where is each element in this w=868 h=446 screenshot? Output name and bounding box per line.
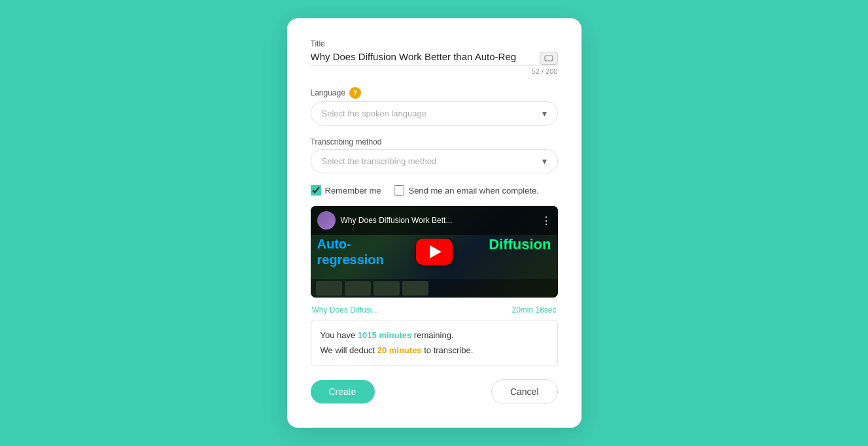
- video-title-text: Why Does Diffusion Work Bett...: [341, 216, 453, 225]
- yt-avatar: [317, 211, 336, 230]
- email-notify-input[interactable]: [394, 185, 404, 196]
- video-link[interactable]: Why Does Diffusi...: [312, 305, 379, 315]
- minutes-line-2: We will deduct 20 minutes to transcribe.: [321, 343, 548, 358]
- transcribe-modal: Title 52 / 200 Language ? Select the spo…: [287, 18, 582, 427]
- transcribing-field-group: Transcribing method Select the transcrib…: [311, 137, 558, 173]
- buttons-row: Create Cancel: [311, 379, 558, 404]
- language-help-icon[interactable]: ?: [349, 87, 361, 99]
- mini-thumb-2: [345, 281, 371, 296]
- video-meta-row: Why Does Diffusi... 20min 18sec: [311, 303, 558, 320]
- video-title-bar: Why Does Diffusion Work Bett... ⋮: [311, 206, 558, 235]
- title-input[interactable]: [311, 51, 558, 62]
- title-field-group: Title 52 / 200: [311, 39, 558, 75]
- remember-me-label: Remember me: [325, 186, 381, 196]
- title-clear-icon[interactable]: [540, 52, 558, 65]
- char-count: 52 / 200: [311, 67, 558, 75]
- language-select-wrapper: Select the spoken language ▼: [311, 101, 558, 126]
- minutes-line-1: You have 1015 minutes remaining.: [321, 328, 548, 343]
- title-label: Title: [311, 39, 558, 48]
- language-label: Language ?: [311, 87, 558, 99]
- transcribing-select-wrapper: Select the transcribing method ▼: [311, 149, 558, 173]
- remember-me-input[interactable]: [311, 185, 321, 196]
- video-container: Why Does Diffusion Work Bett... ⋮ Auto-r…: [311, 206, 558, 298]
- remember-me-checkbox[interactable]: Remember me: [311, 185, 381, 196]
- video-bottom-strip: [311, 279, 558, 298]
- mini-thumb-3: [373, 281, 400, 296]
- video-title-inner: Why Does Diffusion Work Bett...: [317, 211, 453, 230]
- email-notify-label: Send me an email when complete.: [408, 186, 538, 196]
- minutes-info-box: You have 1015 minutes remaining. We will…: [311, 320, 558, 366]
- transcribing-select[interactable]: Select the transcribing method: [311, 149, 558, 173]
- checkboxes-row: Remember me Send me an email when comple…: [311, 185, 558, 196]
- video-duration: 20min 18sec: [512, 305, 556, 315]
- play-button-container: [416, 239, 453, 265]
- play-triangle-icon: [430, 245, 442, 258]
- email-notify-checkbox[interactable]: Send me an email when complete.: [394, 185, 538, 196]
- video-thumbnail[interactable]: Why Does Diffusion Work Bett... ⋮ Auto-r…: [311, 206, 558, 298]
- transcribing-label: Transcribing method: [311, 137, 558, 146]
- title-input-wrapper: [311, 51, 558, 65]
- language-field-group: Language ? Select the spoken language ▼: [311, 87, 558, 126]
- video-menu-dots[interactable]: ⋮: [541, 214, 551, 227]
- mini-thumb-4: [402, 281, 428, 296]
- create-button[interactable]: Create: [311, 380, 375, 403]
- language-select[interactable]: Select the spoken language: [311, 101, 558, 126]
- svg-rect-0: [545, 56, 553, 61]
- play-button[interactable]: [416, 239, 453, 265]
- cancel-button[interactable]: Cancel: [491, 379, 558, 404]
- mini-thumb-1: [316, 281, 342, 296]
